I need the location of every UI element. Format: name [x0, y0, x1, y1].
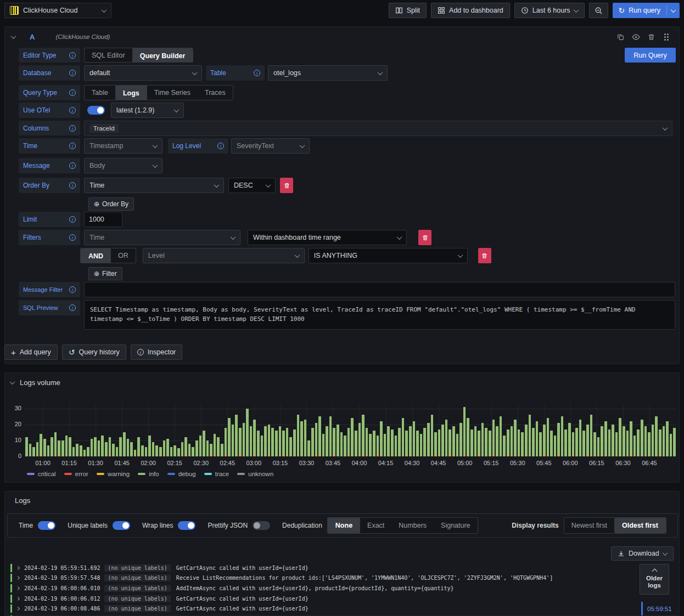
info-icon[interactable]: i [217, 143, 224, 149]
column-chip[interactable]: TraceId [89, 124, 119, 133]
option-and[interactable]: AND [81, 248, 111, 263]
info-icon[interactable]: i [69, 304, 76, 311]
time-toggle[interactable] [38, 521, 55, 530]
info-icon[interactable]: i [69, 216, 76, 223]
info-icon[interactable]: i [69, 143, 76, 149]
display-order-switch[interactable]: Newest first Oldest first [564, 517, 666, 534]
datasource-picker[interactable]: ClickHouse Cloud [4, 3, 111, 18]
expand-log-icon[interactable] [16, 566, 20, 570]
volume-bar [203, 431, 205, 456]
add-filter-button[interactable]: ⊕ Filter [88, 267, 122, 280]
filter-operator-select[interactable]: Within dashboard time range [248, 230, 407, 245]
older-logs-button[interactable]: Older logs [640, 564, 669, 595]
remove-order-by-button[interactable] [280, 178, 293, 193]
unique-labels-toggle[interactable] [113, 521, 130, 530]
expand-log-icon[interactable] [16, 576, 20, 580]
wrap-lines-toggle[interactable] [178, 521, 195, 530]
option-sql-editor[interactable]: SQL Editor [85, 48, 132, 62]
log-level-select[interactable]: SeverityText [231, 138, 310, 154]
legend-debug[interactable]: debug [167, 471, 196, 477]
message-column-select[interactable]: Body [84, 158, 162, 173]
time-range-picker[interactable]: Last 6 hours [514, 3, 585, 18]
option-signature[interactable]: Signature [434, 518, 478, 533]
download-button[interactable]: Download [611, 546, 674, 561]
legend-unknown[interactable]: unknown [237, 471, 273, 477]
sql-preview-text[interactable]: SELECT Timestamp as timestamp, Body as b… [84, 300, 675, 330]
legend-info[interactable]: info [138, 471, 159, 477]
info-icon[interactable]: i [69, 70, 76, 76]
info-icon[interactable]: i [69, 234, 76, 241]
filter-field-select[interactable]: Time [84, 230, 240, 245]
hide-response-button[interactable] [630, 31, 642, 43]
expand-log-icon[interactable] [16, 607, 20, 611]
limit-input[interactable]: 1000 [84, 212, 122, 227]
logs-volume-header[interactable]: Logs volume [10, 378, 60, 387]
option-logs[interactable]: Logs [115, 86, 147, 100]
log-row[interactable]: 2024-02-19 06:00:18.663(no unique labels… [7, 614, 675, 616]
run-query-editor-button[interactable]: Run Query [625, 48, 676, 63]
option-numbers[interactable]: Numbers [391, 518, 434, 533]
info-icon[interactable]: i [69, 182, 76, 189]
split-button[interactable]: Split [389, 3, 427, 18]
expand-log-icon[interactable] [16, 586, 20, 590]
option-table[interactable]: Table [85, 86, 115, 100]
add-query-button[interactable]: + Add query [4, 344, 58, 360]
collapse-query-icon[interactable] [11, 33, 16, 39]
legend-critical[interactable]: critical [27, 471, 56, 477]
otel-version-select[interactable]: latest (1.2.9) [111, 103, 184, 118]
option-newest-first[interactable]: Newest first [564, 518, 614, 533]
legend-trace[interactable]: trace [204, 471, 229, 477]
log-row[interactable]: 2024-02-19 05:59:51.692(no unique labels… [7, 563, 675, 573]
table-select[interactable]: otel_logs [268, 65, 388, 81]
info-icon[interactable]: i [254, 70, 260, 76]
use-otel-toggle[interactable] [87, 106, 105, 115]
sub-filter-field-select[interactable]: Level [143, 248, 305, 263]
order-by-field-select[interactable]: Time [84, 178, 224, 193]
prettify-json-toggle[interactable] [253, 521, 270, 530]
log-row[interactable]: 2024-02-19 06:00:06.010(no unique labels… [7, 583, 675, 594]
option-or[interactable]: OR [111, 248, 136, 263]
legend-warning[interactable]: warning [97, 471, 130, 477]
option-exact[interactable]: Exact [360, 518, 391, 533]
delete-query-button[interactable] [645, 31, 657, 43]
zoom-out-button[interactable] [589, 3, 608, 18]
columns-multiselect[interactable]: TraceId [84, 121, 672, 136]
duplicate-query-button[interactable] [614, 31, 626, 43]
run-query-split-button[interactable]: ↻ Run query [613, 3, 680, 18]
option-time-series[interactable]: Time Series [147, 86, 198, 100]
conjunction-switch[interactable]: AND OR [80, 248, 136, 263]
info-icon[interactable]: i [69, 107, 76, 114]
expand-log-icon[interactable] [16, 597, 20, 601]
log-row[interactable]: 2024-02-19 06:00:06.012(no unique labels… [7, 594, 675, 604]
info-icon[interactable]: i [69, 125, 76, 132]
option-none[interactable]: None [328, 518, 360, 533]
sub-filter-operator-select[interactable]: IS ANYTHING [309, 248, 468, 263]
log-row[interactable]: 2024-02-19 06:00:08.486(no unique labels… [7, 603, 675, 614]
order-direction-select[interactable]: DESC [228, 178, 276, 193]
legend-error[interactable]: error [64, 471, 88, 477]
drag-handle[interactable] [660, 31, 672, 43]
database-select[interactable]: default [84, 65, 202, 81]
run-query-caret[interactable] [667, 3, 680, 18]
time-column-select[interactable]: Timestamp [84, 138, 162, 154]
option-oldest-first[interactable]: Oldest first [614, 518, 666, 533]
add-order-by-button[interactable]: ⊕ Order By [88, 197, 134, 211]
info-icon[interactable]: i [69, 89, 76, 96]
add-to-dashboard-button[interactable]: Add to dashboard [431, 3, 510, 18]
option-traces[interactable]: Traces [198, 86, 233, 100]
info-icon[interactable]: i [69, 52, 76, 59]
message-filter-input[interactable] [84, 282, 675, 297]
info-icon[interactable]: i [69, 286, 76, 293]
info-icon[interactable]: i [69, 162, 76, 169]
option-query-builder[interactable]: Query Builder [132, 48, 193, 63]
remove-filter-button[interactable] [418, 230, 431, 245]
query-type-switch[interactable]: Table Logs Time Series Traces [84, 85, 233, 100]
remove-sub-filter-button[interactable] [478, 248, 491, 263]
editor-type-switch[interactable]: SQL Editor Query Builder [84, 48, 193, 63]
log-row[interactable]: 2024-02-19 05:59:57.548(no unique labels… [7, 573, 675, 584]
inspector-button[interactable]: i Inspector [131, 344, 182, 360]
collapse-panel-icon[interactable] [10, 379, 15, 385]
deduplication-switch[interactable]: None Exact Numbers Signature [327, 517, 478, 534]
query-ref-id[interactable]: A [30, 33, 35, 41]
query-history-button[interactable]: ↺ Query history [62, 344, 126, 360]
